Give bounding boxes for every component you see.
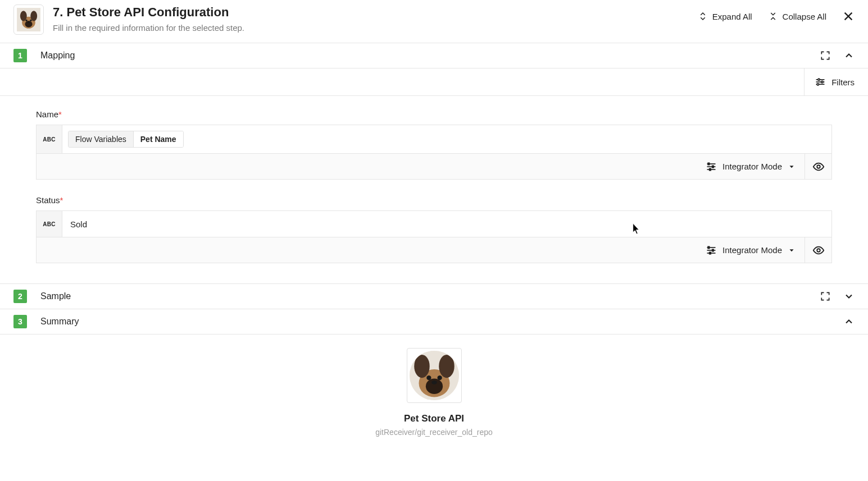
chevron-down-icon[interactable] [843, 291, 855, 302]
summary-avatar-frame [407, 348, 462, 403]
header-actions: Expand All Collapse All [698, 10, 855, 22]
pet-avatar-icon [410, 351, 459, 400]
variable-chip-value: Pet Name [134, 131, 183, 147]
preview-button[interactable] [805, 154, 831, 179]
svg-rect-19 [708, 163, 710, 164]
integrator-mode-icon [706, 245, 717, 256]
chevron-down-icon [788, 246, 796, 254]
svg-rect-20 [712, 166, 714, 167]
field-status: Status* ABC Sold Integrator Mode [36, 195, 832, 263]
chevron-down-icon [788, 163, 796, 171]
close-button[interactable] [842, 10, 855, 22]
section-summary-title: Summary [40, 317, 830, 327]
sliders-icon [815, 76, 826, 88]
svg-point-35 [439, 355, 455, 378]
svg-point-23 [817, 165, 820, 168]
section-mapping: 1 Mapping [0, 43, 868, 68]
field-status-input[interactable]: Sold [62, 211, 831, 237]
header-avatar [13, 4, 44, 35]
page-header: 7. Pet Store API Configuration Fill in t… [0, 0, 868, 43]
field-status-mode-row: Integrator Mode [36, 237, 832, 263]
svg-point-38 [437, 375, 442, 380]
svg-marker-30 [790, 249, 794, 251]
mode-select-label: Integrator Mode [722, 245, 782, 255]
field-name-input-row: ABC Flow Variables Pet Name [36, 125, 832, 154]
chevron-up-icon[interactable] [843, 316, 855, 327]
svg-point-5 [25, 20, 27, 21]
svg-rect-28 [712, 249, 714, 251]
filters-label: Filters [831, 77, 855, 87]
svg-point-14 [821, 81, 823, 83]
field-status-input-row: ABC Sold [36, 210, 832, 237]
field-name-label: Name [36, 109, 58, 119]
section-sample-title: Sample [40, 291, 806, 301]
field-name: Name* ABC Flow Variables Pet Name Integr… [36, 109, 832, 180]
section-mapping-icons [820, 50, 855, 61]
summary-api-path: gitReceiver/git_receiver_old_repo [375, 428, 493, 437]
collapse-all-button[interactable]: Collapse All [768, 11, 826, 21]
svg-point-39 [431, 381, 437, 384]
svg-point-31 [817, 249, 820, 252]
variable-chip[interactable]: Flow Variables Pet Name [68, 131, 184, 148]
svg-point-13 [818, 79, 820, 80]
section-mapping-header[interactable]: 1 Mapping [0, 43, 868, 68]
section-sample-header[interactable]: 2 Sample [0, 284, 868, 309]
variable-chip-source: Flow Variables [69, 131, 134, 147]
required-asterisk: * [58, 109, 62, 119]
unfold-less-icon [768, 11, 778, 21]
svg-point-15 [817, 84, 819, 85]
section-summary-header[interactable]: 3 Summary [0, 309, 868, 334]
svg-point-6 [30, 20, 31, 21]
required-asterisk: * [60, 195, 63, 205]
collapse-all-label: Collapse All [783, 12, 826, 21]
field-status-value: Sold [68, 219, 87, 229]
summary-body: Pet Store API gitReceiver/git_receiver_o… [0, 335, 868, 441]
filters-button[interactable]: Filters [804, 68, 855, 95]
mode-select[interactable]: Integrator Mode [697, 154, 805, 179]
expand-all-button[interactable]: Expand All [698, 11, 752, 21]
field-name-input[interactable]: Flow Variables Pet Name [62, 125, 831, 153]
preview-button[interactable] [805, 237, 831, 263]
svg-rect-29 [710, 252, 711, 254]
chevron-up-icon[interactable] [843, 50, 855, 61]
svg-point-2 [20, 11, 27, 21]
mode-select[interactable]: Integrator Mode [697, 237, 805, 263]
section-number-badge: 2 [13, 290, 27, 303]
type-badge-abc: ABC [37, 211, 62, 237]
section-sample-icons [820, 291, 855, 302]
svg-rect-21 [710, 168, 711, 170]
section-sample: 2 Sample [0, 283, 868, 309]
field-name-mode-row: Integrator Mode [36, 154, 832, 180]
type-badge-abc: ABC [37, 125, 62, 153]
page-subtitle: Fill in the required information for the… [53, 23, 689, 33]
summary-api-title: Pet Store API [404, 413, 464, 424]
page-title: 7. Pet Store API Configuration [53, 4, 689, 21]
eye-icon [812, 161, 825, 173]
section-mapping-title: Mapping [40, 51, 806, 61]
unfold-more-icon [698, 11, 708, 21]
svg-point-3 [30, 11, 37, 21]
svg-point-37 [426, 375, 431, 380]
filters-bar-section: Filters [0, 68, 868, 96]
section-summary: 3 Summary [0, 309, 868, 335]
svg-point-34 [414, 355, 430, 378]
svg-marker-22 [790, 166, 794, 168]
svg-point-7 [28, 22, 30, 24]
pet-avatar-icon [17, 8, 40, 31]
field-status-label: Status [36, 195, 60, 205]
expand-all-label: Expand All [712, 12, 752, 21]
mode-select-label: Integrator Mode [722, 162, 782, 171]
summary-avatar [410, 351, 459, 400]
svg-rect-27 [708, 246, 710, 248]
section-summary-icons [843, 316, 855, 327]
eye-icon [812, 244, 825, 256]
fullscreen-icon[interactable] [820, 50, 831, 61]
header-title-block: 7. Pet Store API Configuration Fill in t… [53, 4, 689, 33]
section-number-badge: 1 [13, 49, 27, 62]
section-number-badge: 3 [13, 315, 27, 328]
integrator-mode-icon [706, 161, 717, 172]
close-icon [842, 10, 855, 22]
fullscreen-icon[interactable] [820, 291, 831, 302]
mapping-form-body: Name* ABC Flow Variables Pet Name Integr… [0, 96, 868, 283]
svg-point-4 [25, 21, 32, 28]
